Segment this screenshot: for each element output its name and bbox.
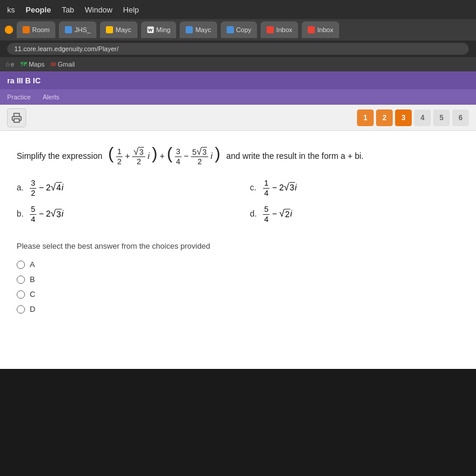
browser-tab-inbox2[interactable]: Inbox [302, 21, 339, 38]
browser-tab-mayc2[interactable]: Mayc [180, 21, 217, 38]
question-container: 1 2 3 4 5 6 Simplify the expression ( 1 … [0, 105, 476, 369]
tab-icon-jhs [65, 26, 72, 33]
content-area: Simplify the expression ( 1 2 + √3 2 i )… [0, 131, 476, 369]
radio-options: A B C D [17, 260, 459, 314]
right-bracket-2: ) [215, 144, 220, 162]
browser-tab-inbox1[interactable]: Inbox [261, 21, 298, 38]
question-num-3[interactable]: 3 [395, 109, 412, 126]
tab-icon-room [23, 26, 30, 33]
radio-label-d: D [30, 305, 35, 314]
fraction-5sqrt3-2: 5√3 2 [191, 147, 208, 167]
question-num-2[interactable]: 2 [376, 109, 393, 126]
subnav-alerts[interactable]: Alerts [43, 93, 60, 101]
tab-icon-copy [227, 26, 234, 33]
answer-item-d: d. 54 − √2i [250, 205, 459, 224]
answer-label-b: b. [17, 209, 25, 218]
fraction-1-2: 1 2 [116, 147, 123, 166]
menu-window[interactable]: Window [85, 5, 112, 14]
answer-text-c: 14 − 2√3i [263, 178, 297, 198]
tab-icon-inbox1 [267, 26, 274, 33]
radio-item-b[interactable]: B [17, 275, 459, 284]
tab-icon-inbox2 [308, 26, 315, 33]
answer-label-c: c. [250, 183, 258, 192]
menu-help[interactable]: Help [123, 5, 139, 14]
tab-icon-mayc1 [106, 26, 113, 33]
new-tab-button[interactable] [5, 26, 13, 34]
radio-label-a: A [30, 260, 35, 269]
browser-tab-copy[interactable]: Copy [221, 21, 258, 38]
browser-tab-ming[interactable]: W Ming [141, 21, 177, 38]
question-num-5[interactable]: 5 [433, 109, 450, 126]
tab-icon-mayc2 [186, 26, 193, 33]
question-num-6[interactable]: 6 [452, 109, 469, 126]
bookmarks-bar: ☆e 🗺 Maps ✉ Gmail [0, 57, 476, 71]
bookmark-gmail[interactable]: ✉ Gmail [51, 61, 75, 68]
math-expression: ( 1 2 + √3 2 i ) + ( 3 4 [108, 151, 223, 161]
question-num-1[interactable]: 1 [357, 109, 374, 126]
browser-tab-mayc1[interactable]: Mayc [100, 21, 137, 38]
browser-tab-jhs[interactable]: JHS_ [59, 21, 96, 38]
select-prompt: Please select the best answer from the c… [17, 242, 459, 250]
menu-ks[interactable]: ks [7, 5, 15, 14]
answers-grid: a. 32 − 2√4i c. 14 − 2√3i b. 54 − [17, 178, 459, 224]
print-button[interactable] [7, 108, 26, 127]
bottom-dark-area [0, 369, 476, 416]
suffix-text: and write the result in the form a + bi. [226, 151, 364, 161]
answer-text-b: 54 − 2√3i [30, 205, 64, 224]
fraction-3-4: 3 4 [175, 147, 181, 166]
svg-rect-0 [14, 118, 20, 122]
radio-a[interactable] [17, 261, 25, 269]
answer-label-a: a. [17, 183, 25, 192]
answer-text-d: 54 − √2i [263, 205, 292, 224]
bookmark-maps[interactable]: 🗺 Maps [20, 61, 45, 68]
answer-item-c: c. 14 − 2√3i [250, 178, 459, 198]
browser-tab-room[interactable]: Room [17, 21, 55, 38]
answer-item-a: a. 32 − 2√4i [17, 178, 226, 198]
system-menu-bar: ks People Tab Window Help [0, 0, 476, 19]
answer-label-d: d. [250, 209, 258, 218]
tab-icon-ming: W [147, 26, 154, 33]
question-number-bar: 1 2 3 4 5 6 [357, 109, 469, 126]
radio-label-c: C [30, 290, 35, 299]
question-num-4[interactable]: 4 [414, 109, 431, 126]
fraction-sqrt3-2: √3 2 [132, 147, 145, 167]
browser-tab-bar: Room JHS_ Mayc W Ming Mayc Copy Inbox In… [0, 19, 476, 40]
radio-b[interactable] [17, 275, 25, 284]
instruction-text: Simplify the expression [17, 151, 102, 161]
radio-item-a[interactable]: A [17, 260, 459, 269]
url-input[interactable]: 11.core.learn.edgenuity.com/Player/ [7, 43, 469, 55]
radio-item-c[interactable]: C [17, 290, 459, 299]
address-bar: 11.core.learn.edgenuity.com/Player/ [0, 40, 476, 57]
app-title: ra III B IC [7, 76, 40, 85]
radio-c[interactable] [17, 290, 25, 299]
answer-item-b: b. 54 − 2√3i [17, 205, 226, 224]
bookmarks-label: ☆e [5, 61, 14, 68]
sub-nav-bar: Practice Alerts [0, 89, 476, 105]
menu-tab[interactable]: Tab [62, 5, 74, 14]
menu-people[interactable]: People [26, 5, 51, 14]
left-bracket-1: ( [108, 144, 114, 162]
question-toolbar: 1 2 3 4 5 6 [0, 105, 476, 131]
subnav-practice[interactable]: Practice [7, 93, 31, 101]
right-bracket-1: ) [152, 144, 157, 162]
question-text: Simplify the expression ( 1 2 + √3 2 i )… [17, 145, 459, 167]
radio-d[interactable] [17, 305, 25, 314]
answer-text-a: 32 − 2√4i [30, 178, 64, 198]
left-bracket-2: ( [167, 144, 172, 162]
radio-label-b: B [30, 275, 35, 284]
app-nav-bar: ra III B IC [0, 71, 476, 89]
radio-item-d[interactable]: D [17, 305, 459, 314]
